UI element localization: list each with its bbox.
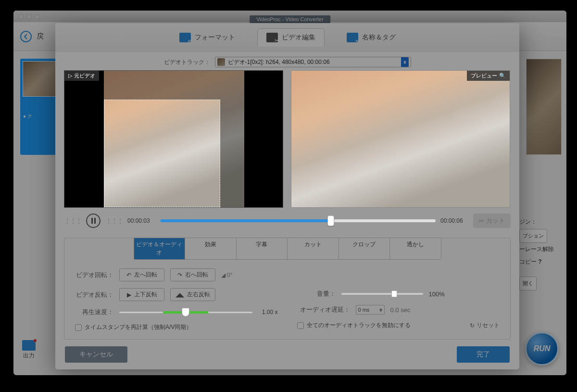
grip-left-icon[interactable]: ⋮⋮⋮ <box>64 217 81 225</box>
volume-row: 音量： 100% <box>297 290 500 298</box>
output-preview[interactable]: プレビュー 🔍 <box>291 70 510 208</box>
output-label: 出力 <box>23 352 35 360</box>
rotate-right-button[interactable]: ↷右へ回転 <box>170 268 215 281</box>
subtab-video-audio[interactable]: ビデオ＆オーディオ <box>134 238 186 259</box>
recalc-timestamp-checkbox[interactable]: タイムスタンプを再計算（強制A/V同期） <box>75 323 278 331</box>
video-track-row: ビデオトラック： ビデオ-1[0x2]: h264, 480x480, 00:0… <box>55 52 519 70</box>
panel-body: ビデオ回転： ↶左へ回転 ↷右へ回転 ◢0° ビデオ反転： ▶上下反転 ◢◣左右… <box>64 260 510 336</box>
run-button[interactable]: RUN <box>525 332 559 366</box>
traffic-light-max[interactable] <box>35 14 40 19</box>
clip-thumbnail <box>23 61 58 97</box>
tab-format-label: フォーマット <box>195 33 235 42</box>
volume-label: 音量： <box>297 290 336 298</box>
source-label-text: 元ビデオ <box>74 72 95 79</box>
rotate-left-label: 左へ回転 <box>134 271 157 279</box>
reset-icon: ↻ <box>470 322 475 329</box>
back-arrow-icon[interactable] <box>20 31 32 42</box>
subtab-watermark[interactable]: 透かし <box>390 238 441 259</box>
titlebar: VideoProc - Video Converter <box>13 11 566 22</box>
option-button[interactable]: プション <box>519 229 547 242</box>
rotate-right-label: 右へ回転 <box>185 271 208 279</box>
deinterlace-label: ーレース解除 <box>519 243 562 255</box>
select-arrows-icon <box>401 57 409 67</box>
timeline-handle[interactable] <box>327 215 334 226</box>
traffic-light-close[interactable] <box>18 14 24 19</box>
volume-slider[interactable] <box>341 293 423 295</box>
video-edit-dialog: フォーマット ビデオ編集 名称＆タグ ビデオトラック： ビデオ-1[0x2]: … <box>55 23 519 369</box>
tab-name-tag[interactable]: 名称＆タグ <box>338 29 404 46</box>
subtab-cut[interactable]: カット <box>288 238 339 259</box>
checkbox-icon <box>75 324 82 331</box>
flip-row: ビデオ反転： ▶上下反転 ◢◣左右反転 <box>75 288 278 301</box>
preview-label: プレビュー 🔍 <box>467 71 510 81</box>
undo-icon: ↶ <box>126 272 131 278</box>
audio-delay-label: オーディオ遅延： <box>297 305 350 314</box>
volume-value: 100% <box>429 291 445 298</box>
time-end: 00:00:06 <box>440 217 468 224</box>
format-icon <box>179 33 191 42</box>
flip-v-icon: ▶ <box>127 291 131 298</box>
window-title: VideoProc - Video Converter <box>250 15 330 23</box>
tab-format[interactable]: フォーマット <box>171 29 244 46</box>
tab-video-edit[interactable]: ビデオ編集 <box>257 28 325 47</box>
top-tabs: フォーマット ビデオ編集 名称＆タグ <box>55 23 519 52</box>
grip-right-icon[interactable]: ⋮⋮⋮ <box>105 217 123 225</box>
cancel-button[interactable]: キャンセル <box>65 346 127 363</box>
source-preview[interactable]: ▷ 元ビデオ <box>64 70 283 208</box>
engine-label: ジン： <box>519 215 562 228</box>
speed-value: 1.00 <box>262 309 273 316</box>
cut-button-label: カット <box>486 216 505 225</box>
pause-button[interactable] <box>86 214 100 228</box>
rotate-left-button[interactable]: ↶左へ回転 <box>119 268 164 281</box>
background-right-panel: ジン： プション ーレース解除 コピー ? 開く <box>519 215 562 291</box>
subtab-subtitle[interactable]: 字幕 <box>237 238 288 259</box>
background-clip-thumb[interactable]: ● ク <box>20 59 61 155</box>
track-thumb-icon <box>217 58 225 66</box>
preview-label-text: プレビュー <box>471 72 497 79</box>
output-button[interactable]: 出力 <box>22 340 36 360</box>
disable-audio-label: 全てのオーディオトラックを無効にする <box>307 321 411 329</box>
flip-v-label: 上下反転 <box>134 291 157 299</box>
audio-delay-value: 0 ms <box>358 307 370 313</box>
timeline-fill <box>160 219 331 222</box>
speed-row: 再生速度： 1.00 x <box>75 308 278 316</box>
redo-icon: ↷ <box>177 272 182 278</box>
sub-tabs: ビデオ＆オーディオ 効果 字幕 カット クロップ 透かし <box>134 238 441 260</box>
audio-delay-input[interactable]: 0 ms <box>356 305 385 315</box>
volume-slider-handle[interactable] <box>391 291 397 297</box>
cut-button[interactable]: ✂ カット <box>473 214 511 228</box>
audio-delay-row: オーディオ遅延： 0 ms 0.0 sec <box>297 305 500 315</box>
flip-vertical-button[interactable]: ▶上下反転 <box>119 288 164 301</box>
preview-row: ▷ 元ビデオ プレビュー 🔍 <box>55 70 519 208</box>
video-track-label: ビデオトラック： <box>164 58 210 66</box>
disable-audio-row: 全てのオーディオトラックを無効にする ↻ リセット <box>297 321 500 329</box>
output-video-frame <box>291 71 510 207</box>
tab-edit-label: ビデオ編集 <box>282 33 315 42</box>
open-button[interactable]: 開く <box>519 277 537 290</box>
left-column: ビデオ回転： ↶左へ回転 ↷右へ回転 ◢0° ビデオ反転： ▶上下反転 ◢◣左右… <box>75 268 278 331</box>
done-button[interactable]: 完了 <box>457 346 510 363</box>
timeline-slider[interactable] <box>160 219 436 222</box>
stepper-icon[interactable] <box>379 307 382 313</box>
time-start: 00:00:03 <box>127 217 155 224</box>
disable-audio-checkbox[interactable]: 全てのオーディオトラックを無効にする <box>297 321 411 329</box>
tab-nametag-label: 名称＆タグ <box>362 33 396 42</box>
flip-horizontal-button[interactable]: ◢◣左右反転 <box>170 288 215 301</box>
speed-suffix: x <box>275 309 278 316</box>
subtab-effect[interactable]: 効果 <box>185 238 237 259</box>
magnify-icon[interactable]: 🔍 <box>499 73 506 79</box>
source-video-frame <box>104 71 244 207</box>
edit-icon <box>266 33 278 42</box>
video-track-select[interactable]: ビデオ-1[0x2]: h264, 480x480, 00:00:06 <box>215 57 411 67</box>
help-icon[interactable]: ? <box>538 258 541 265</box>
traffic-light-min[interactable] <box>26 14 32 19</box>
reset-button[interactable]: ↻ リセット <box>470 321 500 329</box>
audio-delay-sec: 0.0 sec <box>390 306 411 314</box>
play-icon: ▷ <box>68 73 72 79</box>
dialog-footer: キャンセル 完了 <box>55 340 519 369</box>
speed-slider[interactable] <box>119 311 252 314</box>
flip-label: ビデオ反転： <box>75 291 113 299</box>
recalc-ts-label: タイムスタンプを再計算（強制A/V同期） <box>85 323 192 331</box>
speed-slider-handle[interactable] <box>182 308 189 316</box>
subtab-crop[interactable]: クロップ <box>339 238 390 259</box>
